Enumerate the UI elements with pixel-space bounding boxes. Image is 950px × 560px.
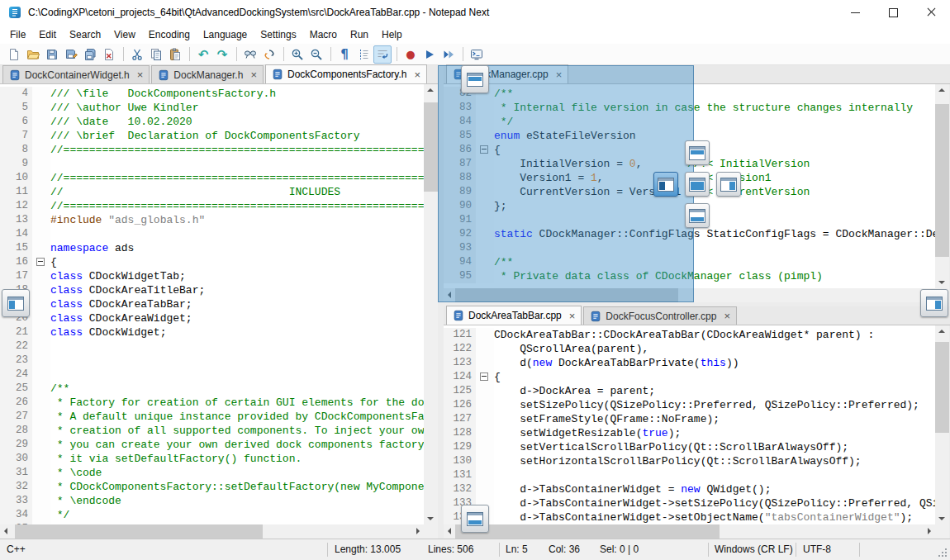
save-all-icon[interactable] (81, 45, 99, 64)
editor-left[interactable]: 4/// \file DockComponentsFactory.h5/// \… (0, 84, 424, 524)
tab-DockComponentsFactory.h[interactable]: DockComponentsFactory.h× (265, 64, 427, 83)
code-text[interactable]: #include "ads_globals.h" (50, 213, 424, 227)
dock-indicator-right-icon[interactable] (716, 172, 741, 197)
top-right-editor-vscrollbar[interactable] (935, 84, 949, 288)
code-text[interactable]: * \endcode (50, 494, 424, 508)
code-text[interactable] (494, 468, 935, 482)
indentation-guides-icon[interactable] (354, 45, 373, 64)
code-text[interactable]: * creation of all supported components. … (50, 424, 424, 438)
scrollbar-thumb[interactable] (935, 104, 949, 257)
tab-close-icon[interactable]: × (414, 69, 420, 80)
scroll-down-icon[interactable] (935, 274, 949, 288)
menu-macro[interactable]: Macro (303, 26, 344, 44)
save-copy-icon[interactable] (62, 45, 80, 64)
tab-close-icon[interactable]: × (250, 69, 257, 80)
bottom-right-editor-hscrollbar[interactable] (444, 524, 935, 539)
copy-icon[interactable] (147, 45, 165, 64)
code-text[interactable]: //======================================… (50, 143, 424, 157)
scroll-right-icon[interactable] (410, 524, 424, 539)
code-text[interactable]: QScrollArea(parent), (494, 342, 935, 356)
code-text[interactable]: * A default unique instance provided by … (50, 410, 424, 424)
fold-marker[interactable] (476, 370, 494, 384)
code-text[interactable] (50, 227, 424, 241)
undo-icon[interactable]: ↶ (194, 45, 212, 64)
tab-close-icon[interactable]: × (724, 311, 730, 321)
code-text[interactable]: */ (50, 508, 424, 522)
code-text[interactable]: /// \brief Declaration of DockComponents… (50, 129, 424, 143)
tab-DockContainerWidget.h[interactable]: DockContainerWidget.h× (2, 65, 150, 83)
code-text[interactable]: { (494, 370, 935, 384)
code-text[interactable]: class CDockWidgetTab; (50, 269, 424, 283)
save-file-icon[interactable] (43, 45, 61, 64)
menu-search[interactable]: Search (63, 26, 107, 44)
code-text[interactable] (50, 339, 424, 354)
menu-language[interactable]: Language (197, 26, 254, 44)
menu-file[interactable]: File (3, 26, 32, 44)
left-editor-vscrollbar[interactable] (424, 84, 438, 524)
scroll-left-icon[interactable] (0, 524, 14, 539)
menu-encoding[interactable]: Encoding (142, 26, 197, 44)
menu-help[interactable]: Help (375, 26, 409, 44)
dock-edge-indicator-top-icon[interactable] (461, 65, 489, 93)
cut-icon[interactable] (128, 45, 146, 64)
code-text[interactable]: d->TabsContainerWidget = new QWidget(); (494, 482, 935, 496)
zoom-out-icon[interactable] (307, 45, 325, 64)
paste-icon[interactable] (166, 45, 184, 64)
scrollbar-thumb[interactable] (15, 524, 263, 539)
scrollbar-thumb[interactable] (424, 102, 438, 192)
code-text[interactable]: * you can create your own derived dock c… (50, 438, 424, 452)
macro-record-icon[interactable]: ● (401, 45, 420, 64)
code-text[interactable]: CDockAreaTabBar::CDockAreaTabBar(CDockAr… (494, 328, 935, 342)
minimize-button[interactable] (836, 0, 874, 25)
menu-settings[interactable]: Settings (254, 26, 302, 44)
menu-edit[interactable]: Edit (32, 26, 63, 44)
close-button[interactable] (912, 0, 950, 25)
code-text[interactable]: d(new DockAreaTabBarPrivate(this)) (494, 356, 935, 370)
zoom-in-icon[interactable] (288, 45, 306, 64)
editor-bottom-right[interactable]: 121CDockAreaTabBar::CDockAreaTabBar(CDoc… (444, 325, 935, 524)
open-file-icon[interactable] (24, 45, 42, 64)
scroll-right-icon[interactable] (921, 524, 935, 539)
tab-DockFocusController.cpp[interactable]: DockFocusController.cpp× (583, 306, 737, 325)
dock-edge-indicator-bottom-icon[interactable] (461, 505, 489, 533)
code-text[interactable]: namespace ads (50, 241, 424, 255)
tab-DockManager.h[interactable]: DockManager.h× (151, 65, 264, 83)
scroll-up-icon[interactable] (935, 325, 949, 339)
code-text[interactable]: class CDockAreaWidget; (50, 311, 424, 325)
find-icon[interactable] (241, 45, 259, 64)
titlebar[interactable]: C:\CodingXP\cetoni_projects_64bit\QtAdva… (0, 0, 950, 25)
code-text[interactable]: d->TabsContainerWidget->setObjectName("t… (494, 510, 935, 524)
code-text[interactable]: d->TabsContainerWidget->setSizePolicy(QS… (494, 496, 935, 510)
code-text[interactable]: setSizePolicy(QSizePolicy::Preferred, QS… (494, 398, 935, 412)
word-wrap-icon[interactable] (373, 45, 392, 64)
code-text[interactable]: * CDockComponentsFactory::setDefaultFact… (50, 480, 424, 494)
code-text[interactable] (50, 157, 424, 171)
macro-play-icon[interactable] (420, 45, 439, 64)
new-file-icon[interactable] (5, 45, 23, 64)
code-text[interactable]: /// \author Uwe Kindler (50, 101, 424, 115)
status-encoding[interactable]: UTF-8 (803, 539, 831, 560)
code-text[interactable] (50, 354, 424, 368)
code-text[interactable]: * it via setDefaultFactory() function. (50, 452, 424, 466)
code-text[interactable]: // INCLUDES (50, 185, 424, 199)
code-text[interactable]: * \code (50, 466, 424, 480)
code-text[interactable]: class CDockAreaTabBar; (50, 297, 424, 311)
left-editor-hscrollbar[interactable] (0, 524, 424, 539)
scrollbar-thumb[interactable] (935, 342, 949, 433)
dock-indicator-bottom-icon[interactable] (685, 203, 710, 228)
tab-DockAreaTabBar.cpp[interactable]: DockAreaTabBar.cpp× (446, 306, 582, 325)
code-text[interactable]: setFrameStyle(QFrame::NoFrame); (494, 412, 935, 426)
code-text[interactable]: { (50, 255, 424, 269)
scrollbar-thumb[interactable] (455, 524, 720, 539)
code-text[interactable]: setVerticalScrollBarPolicy(Qt::ScrollBar… (494, 440, 935, 454)
tab-close-icon[interactable]: × (137, 69, 144, 80)
show-all-characters-icon[interactable]: ¶ (335, 45, 354, 64)
code-text[interactable]: //======================================… (50, 171, 424, 185)
dock-indicator-top-icon[interactable] (685, 140, 710, 165)
maximize-button[interactable] (874, 0, 912, 25)
fold-marker[interactable] (32, 255, 50, 269)
code-text[interactable]: setWidgetResizable(true); (494, 426, 935, 440)
code-text[interactable]: /** (50, 382, 424, 396)
tab-close-icon[interactable]: × (569, 311, 576, 321)
dock-edge-indicator-left-icon[interactable] (2, 289, 30, 317)
